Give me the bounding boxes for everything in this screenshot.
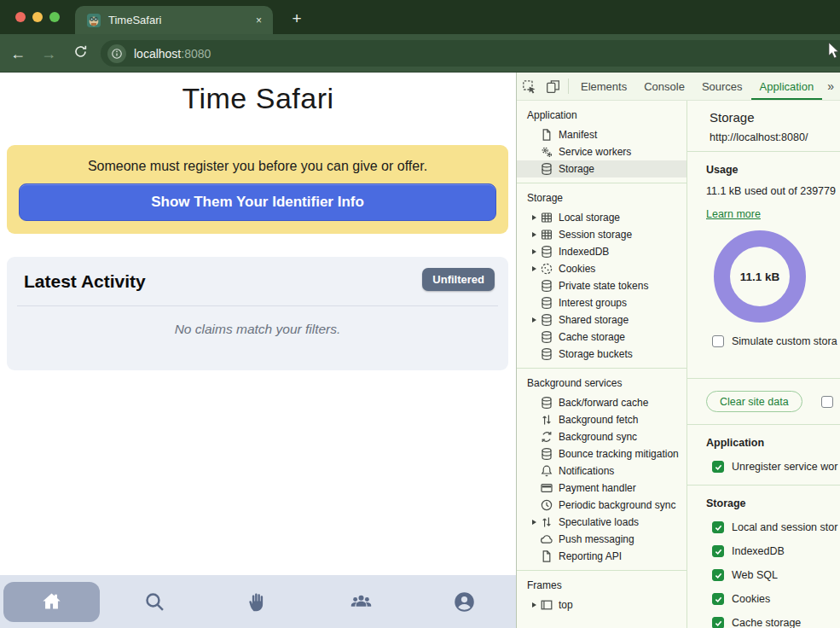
hand-icon [246,590,269,613]
titlebar: TimeSafari × + [0,0,840,34]
sidebar-item-indexeddb[interactable]: IndexedDB [517,243,686,260]
nav-contacts[interactable] [310,575,413,628]
cache-storage-checkbox[interactable] [712,617,724,628]
nav-offers[interactable] [206,575,310,628]
sidebar-item-interest-groups[interactable]: Interest groups [517,294,686,311]
expand-arrow-icon[interactable] [532,215,536,220]
sidebar-item-cache-storage[interactable]: Cache storage [517,329,686,346]
sidebar-item-shared-storage[interactable]: Shared storage [517,311,686,329]
nav-home-button[interactable] [3,582,100,622]
expand-arrow-icon[interactable] [532,232,536,237]
reload-icon [73,44,88,59]
checkbox-row-unregister-service-wor: Unregister service wor [706,461,840,473]
sidebar-item-background-sync[interactable]: Background sync [517,428,686,445]
sidebar-item-reporting-api[interactable]: Reporting API [517,548,686,565]
minimize-window-button[interactable] [32,12,43,22]
include-third-party-checkbox[interactable] [821,396,833,408]
tab-sources[interactable]: Sources [693,73,751,100]
sidebar-item-label: Payment handler [559,482,636,494]
sidebar-item-label: Storage [559,163,594,175]
filter-badge[interactable]: Unfiltered [422,268,495,291]
tab-application[interactable]: Application [751,73,823,100]
sidebar-item-speculative-loads[interactable]: Speculative loads [517,514,686,531]
nav-profile[interactable] [413,575,516,628]
sidebar-item-top[interactable]: top [517,596,686,613]
sidebar-item-periodic-background-sync[interactable]: Periodic background sync [517,497,686,514]
notifications-icon [540,464,553,478]
unregister-service-wor-checkbox[interactable] [712,461,724,473]
sidebar-item-back-forward-cache[interactable]: Back/forward cache [517,394,686,411]
expand-arrow-icon[interactable] [532,602,536,608]
expand-arrow-icon[interactable] [532,317,536,323]
sidebar-item-cookies[interactable]: Cookies [517,260,686,277]
usage-donut-label: 11.1 kB [740,270,780,283]
new-tab-button[interactable]: + [285,7,309,31]
sidebar-item-background-fetch[interactable]: Background fetch [517,411,686,428]
sidebar-section-storage: StorageLocal storageSession storageIndex… [517,183,686,369]
browser-window: TimeSafari × + ← → localhost:8080 Time S… [0,0,840,628]
expand-arrow-spacer [532,537,536,542]
tab-close-icon[interactable]: × [253,15,264,26]
simulate-storage-checkbox[interactable] [712,335,724,347]
site-info-icon[interactable] [107,44,126,63]
people-icon [350,590,373,613]
sidebar-item-payment-handler[interactable]: Payment handler [517,480,686,497]
sidebar-item-local-storage[interactable]: Local storage [517,209,686,226]
clear-site-data-button[interactable]: Clear site data [706,391,802,412]
local-and-session-stor-checkbox[interactable] [712,521,724,533]
learn-more-link[interactable]: Learn more [706,208,761,220]
sidebar-section-background-services: Background servicesBack/forward cacheBac… [517,369,686,571]
show-identifier-button[interactable]: Show Them Your Identifier Info [19,183,496,221]
zoom-window-button[interactable] [49,12,60,22]
expand-arrow-spacer [532,554,536,559]
reload-button[interactable] [70,44,90,64]
expand-arrow-icon[interactable] [532,249,536,254]
indexeddb-icon [540,245,553,259]
tab-favicon-icon [87,14,101,27]
expand-arrow-icon[interactable] [532,520,536,525]
expand-arrow-icon[interactable] [532,266,536,271]
storage-panel-header: Storage http://localhost:8080/ [687,101,840,152]
close-window-button[interactable] [15,12,26,22]
web-sql-checkbox[interactable] [712,569,724,581]
sidebar-item-storage-buckets[interactable]: Storage buckets [517,346,686,363]
sidebar-item-service-workers[interactable]: Service workers [517,143,686,160]
tab-console[interactable]: Console [635,73,693,100]
checkbox-label: IndexedDB [732,545,785,557]
sidebar-item-label: IndexedDB [559,246,609,258]
sidebar-item-label: Shared storage [559,314,629,326]
nav-home[interactable] [0,575,103,628]
sidebar-item-private-state-tokens[interactable]: Private state tokens [517,277,686,294]
sidebar-item-session-storage[interactable]: Session storage [517,226,686,243]
sidebar-item-manifest[interactable]: Manifest [517,126,686,143]
url-bar[interactable]: localhost:8080 [101,40,840,67]
background-sync-icon [540,430,553,444]
cookies-checkbox[interactable] [712,593,724,605]
indexeddb-checkbox[interactable] [712,545,724,557]
sidebar-item-label: Back/forward cache [559,397,648,409]
forward-button[interactable]: → [38,44,59,64]
registration-alert: Someone must register you before you can… [7,145,508,234]
checkbox-row-cache-storage: Cache storage [706,617,840,628]
tab-elements[interactable]: Elements [572,73,635,100]
more-tabs-icon[interactable]: » [822,73,839,100]
sidebar-item-label: Speculative loads [559,516,639,528]
device-toolbar-icon[interactable] [541,73,565,100]
sidebar-item-notifications[interactable]: Notifications [517,462,686,480]
sidebar-item-bounce-tracking-mitigation[interactable]: Bounce tracking mitigation [517,445,686,462]
periodic-background-sync-icon [540,498,553,512]
browser-tab[interactable]: TimeSafari × [75,6,273,34]
sidebar-item-storage[interactable]: Storage [517,160,686,177]
back-button[interactable]: ← [8,44,28,64]
payment-handler-icon [540,481,553,495]
sidebar-item-label: Periodic background sync [559,499,675,511]
sidebar-item-label: Storage buckets [559,348,633,360]
toolbar-separator [568,78,569,94]
checkbox-label: Local and session stor [732,521,837,533]
sidebar-section-title: Application [517,107,686,124]
sidebar-item-push-messaging[interactable]: Push messaging [517,531,686,548]
inspect-element-icon[interactable] [517,73,541,100]
sidebar-section-frames: Framestop [517,571,686,619]
sidebar-section-title: Storage [517,189,686,206]
nav-search[interactable] [103,575,206,628]
